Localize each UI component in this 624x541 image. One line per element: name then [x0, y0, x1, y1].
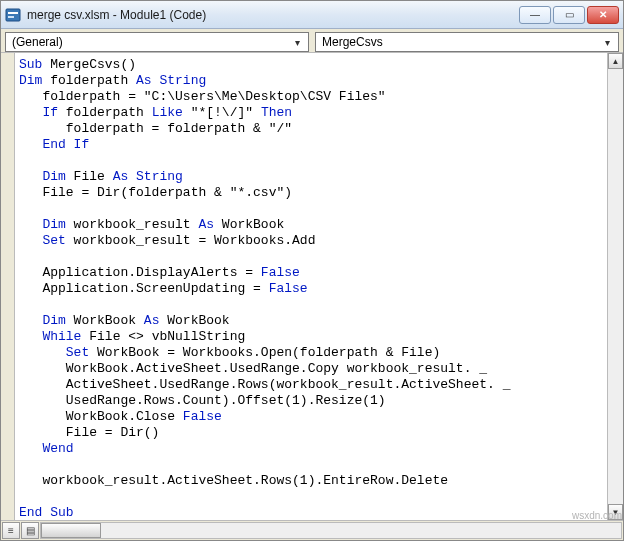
code-line: WorkBook.ActiveSheet.UsedRange.Copy work…	[19, 361, 605, 377]
vertical-scrollbar[interactable]: ▲ ▼	[607, 53, 623, 520]
code-line: Set WorkBook = Workbooks.Open(folderpath…	[19, 345, 605, 361]
code-line: workbook_result.ActiveSheet.Rows(1).Enti…	[19, 473, 605, 489]
scrollbar-track[interactable]	[608, 69, 623, 504]
code-line: WorkBook.Close False	[19, 409, 605, 425]
scroll-up-arrow-icon[interactable]: ▲	[608, 53, 623, 69]
code-line	[19, 489, 605, 505]
code-line: Application.DisplayAlerts = False	[19, 265, 605, 281]
margin-indicator-bar	[1, 53, 15, 520]
code-line: If folderpath Like "*[!\/]" Then	[19, 105, 605, 121]
procedure-dropdown-value: MergeCsvs	[322, 35, 383, 49]
code-line: Dim WorkBook As WorkBook	[19, 313, 605, 329]
code-line: folderpath = folderpath & "/"	[19, 121, 605, 137]
maximize-button[interactable]: ▭	[553, 6, 585, 24]
full-module-view-button[interactable]: ▤	[21, 522, 39, 539]
code-line: Dim File As String	[19, 169, 605, 185]
svg-rect-1	[8, 12, 18, 14]
procedure-dropdown[interactable]: MergeCsvs ▾	[315, 32, 619, 52]
code-line: ActiveSheet.UsedRange.Rows(workbook_resu…	[19, 377, 605, 393]
code-line: File = Dir()	[19, 425, 605, 441]
code-line	[19, 201, 605, 217]
app-icon	[5, 7, 21, 23]
watermark: wsxdn.com	[572, 510, 622, 521]
code-line: End Sub	[19, 505, 605, 520]
minimize-button[interactable]: —	[519, 6, 551, 24]
code-line: Dim workbook_result As WorkBook	[19, 217, 605, 233]
procedure-view-button[interactable]: ≡	[2, 522, 20, 539]
code-line: UsedRange.Rows.Count).Offset(1).Resize(1…	[19, 393, 605, 409]
code-line: End If	[19, 137, 605, 153]
code-line	[19, 249, 605, 265]
title-bar: merge csv.xlsm - Module1 (Code) — ▭ ✕	[1, 1, 623, 29]
code-line: Dim folderpath As String	[19, 73, 605, 89]
chevron-down-icon: ▾	[290, 37, 304, 48]
code-line: Application.ScreenUpdating = False	[19, 281, 605, 297]
code-pane: Sub MergeCsvs()Dim folderpath As String …	[1, 53, 623, 520]
status-bar: ≡ ▤	[1, 520, 623, 540]
code-editor[interactable]: Sub MergeCsvs()Dim folderpath As String …	[15, 53, 607, 520]
horizontal-scrollbar[interactable]	[40, 522, 622, 539]
code-line	[19, 297, 605, 313]
object-dropdown[interactable]: (General) ▾	[5, 32, 309, 52]
object-procedure-bar: (General) ▾ MergeCsvs ▾	[1, 29, 623, 53]
code-line: Wend	[19, 441, 605, 457]
window-controls: — ▭ ✕	[517, 6, 619, 24]
chevron-down-icon: ▾	[600, 37, 614, 48]
scrollbar-thumb[interactable]	[41, 523, 101, 538]
close-button[interactable]: ✕	[587, 6, 619, 24]
window-title: merge csv.xlsm - Module1 (Code)	[27, 8, 517, 22]
code-line: File = Dir(folderpath & "*.csv")	[19, 185, 605, 201]
svg-rect-2	[8, 16, 14, 18]
code-line: folderpath = "C:\Users\Me\Desktop\CSV Fi…	[19, 89, 605, 105]
svg-rect-0	[6, 9, 20, 21]
object-dropdown-value: (General)	[12, 35, 63, 49]
code-line	[19, 457, 605, 473]
code-line: Sub MergeCsvs()	[19, 57, 605, 73]
code-line: Set workbook_result = Workbooks.Add	[19, 233, 605, 249]
code-line: While File <> vbNullString	[19, 329, 605, 345]
code-line	[19, 153, 605, 169]
